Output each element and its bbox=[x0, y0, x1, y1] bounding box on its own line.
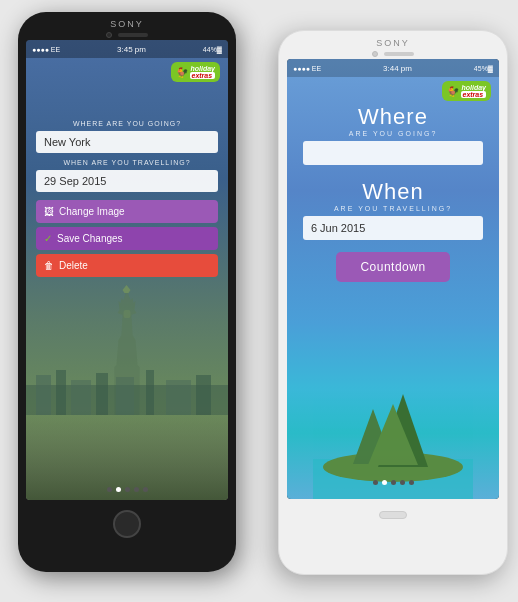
left-when-input[interactable]: 29 Sep 2015 bbox=[36, 170, 218, 192]
right-when-input[interactable]: 6 Jun 2015 bbox=[303, 216, 483, 240]
right-camera-bar bbox=[279, 48, 507, 59]
right-content: Where ARE YOU GOING? When ARE YOU TRAVEL… bbox=[287, 59, 499, 499]
right-status-bar: ●●●● EE 3:44 pm 45%▓ bbox=[287, 59, 499, 77]
right-holiday-text: holiday bbox=[461, 84, 486, 91]
change-image-label: Change Image bbox=[59, 206, 125, 217]
right-battery: 45%▓ bbox=[474, 65, 493, 72]
left-battery: 44%▓ bbox=[203, 46, 222, 53]
left-status-bar: ●●●● EE 3:45 pm 44%▓ bbox=[26, 40, 228, 58]
change-image-button[interactable]: 🖼 Change Image bbox=[36, 200, 218, 223]
left-camera-bar bbox=[18, 29, 236, 40]
right-where-heading: Where bbox=[358, 104, 428, 130]
left-logo: 🐓 holiday extras bbox=[171, 62, 220, 82]
right-when-heading: When bbox=[362, 179, 423, 205]
dot-2 bbox=[116, 487, 121, 492]
right-where-input[interactable] bbox=[303, 141, 483, 165]
left-logo-badge: 🐓 holiday extras bbox=[171, 62, 220, 82]
dot-4 bbox=[134, 487, 139, 492]
left-where-input[interactable]: New York bbox=[36, 131, 218, 153]
right-speaker bbox=[384, 52, 414, 56]
save-changes-button[interactable]: ✓ Save Changes bbox=[36, 227, 218, 250]
left-screen: ●●●● EE 3:45 pm 44%▓ 🐓 holiday extras WH… bbox=[26, 40, 228, 500]
countdown-button[interactable]: Countdown bbox=[336, 252, 449, 282]
right-where-sub: ARE YOU GOING? bbox=[349, 130, 438, 137]
left-when-label: WHEN ARE YOU TRAVELLING? bbox=[26, 159, 228, 166]
left-speaker bbox=[118, 33, 148, 37]
left-time: 3:45 pm bbox=[117, 45, 146, 54]
left-page-dots bbox=[26, 487, 228, 492]
left-camera-dot bbox=[106, 32, 112, 38]
right-camera-dot bbox=[372, 51, 378, 57]
check-icon: ✓ bbox=[44, 233, 52, 244]
right-home-button[interactable] bbox=[379, 511, 407, 519]
dot-1 bbox=[107, 487, 112, 492]
rdot-1 bbox=[373, 480, 378, 485]
right-extras-text: extras bbox=[461, 91, 486, 98]
left-bottom bbox=[18, 500, 236, 548]
delete-label: Delete bbox=[59, 260, 88, 271]
right-screen: ●●●● EE 3:44 pm 45%▓ 🐓 holiday extras Wh… bbox=[287, 59, 499, 499]
right-chicken-icon: 🐓 bbox=[447, 86, 459, 97]
right-bottom bbox=[279, 499, 507, 531]
countdown-label: Countdown bbox=[360, 260, 425, 274]
right-when-sub: ARE YOU TRAVELLING? bbox=[334, 205, 452, 212]
scene: SONY bbox=[0, 0, 518, 602]
right-time: 3:44 pm bbox=[383, 64, 412, 73]
image-icon: 🖼 bbox=[44, 206, 54, 217]
right-brand: SONY bbox=[279, 31, 507, 48]
rdot-2 bbox=[382, 480, 387, 485]
dot-3 bbox=[125, 487, 130, 492]
left-phone: SONY bbox=[18, 12, 236, 572]
left-brand: SONY bbox=[18, 12, 236, 29]
right-logo: 🐓 holiday extras bbox=[442, 81, 491, 101]
trash-icon: 🗑 bbox=[44, 260, 54, 271]
left-extras-text: extras bbox=[190, 72, 215, 79]
rdot-5 bbox=[409, 480, 414, 485]
chicken-icon: 🐓 bbox=[176, 67, 188, 78]
left-content: WHERE ARE YOU GOING? New York WHEN ARE Y… bbox=[26, 40, 228, 500]
right-signal: ●●●● EE bbox=[293, 65, 321, 72]
delete-button[interactable]: 🗑 Delete bbox=[36, 254, 218, 277]
left-where-label: WHERE ARE YOU GOING? bbox=[26, 120, 228, 127]
right-page-dots bbox=[373, 480, 414, 485]
left-home-button[interactable] bbox=[113, 510, 141, 538]
rdot-4 bbox=[400, 480, 405, 485]
save-changes-label: Save Changes bbox=[57, 233, 123, 244]
dot-5 bbox=[143, 487, 148, 492]
right-phone: SONY bbox=[278, 30, 508, 575]
rdot-3 bbox=[391, 480, 396, 485]
left-signal: ●●●● EE bbox=[32, 46, 60, 53]
left-holiday-text: holiday bbox=[190, 65, 215, 72]
right-logo-badge: 🐓 holiday extras bbox=[442, 81, 491, 101]
